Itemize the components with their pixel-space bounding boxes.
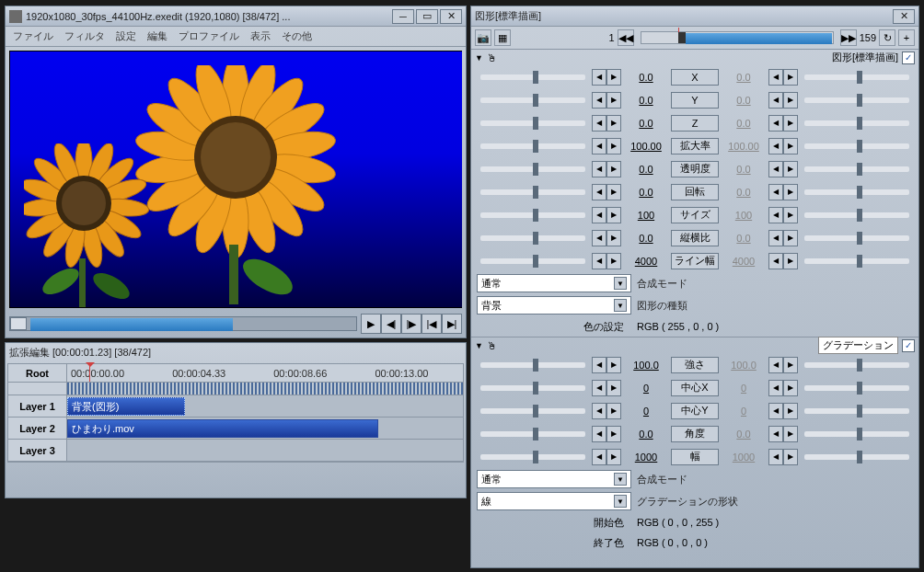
value-left[interactable]: 0.0 <box>624 187 668 198</box>
param-name-button[interactable]: Z <box>671 115 719 132</box>
layer-2-label[interactable]: Layer 2 <box>8 418 67 439</box>
arrow-right-icon[interactable]: ▶ <box>606 403 621 419</box>
slider-right[interactable] <box>804 408 909 414</box>
menu-view[interactable]: 表示 <box>250 29 271 43</box>
menu-profile[interactable]: プロファイル <box>179 29 239 43</box>
preview-titlebar[interactable]: 1920x1080_30fps_44100Hz.exedit (1920,108… <box>6 6 466 27</box>
arrow-right-icon[interactable]: ▶ <box>783 184 798 200</box>
arrow-right-icon[interactable]: ▶ <box>606 253 621 269</box>
timeline-title[interactable]: 拡張編集 [00:00:01.23] [38/472] <box>6 343 466 361</box>
clip-video[interactable]: ひまわり.mov <box>67 419 378 438</box>
arrow-left-icon[interactable]: ◀ <box>592 449 606 465</box>
slider-left[interactable] <box>480 362 585 368</box>
value-right[interactable]: 0 <box>722 406 766 417</box>
color-setting-label[interactable]: 色の設定 <box>477 320 631 334</box>
arrow-left-icon[interactable]: ◀ <box>768 69 783 86</box>
step-back-button[interactable]: ◀| <box>381 314 401 334</box>
arrow-right-icon[interactable]: ▶ <box>783 69 798 86</box>
arrow-left-icon[interactable]: ◀ <box>592 115 606 132</box>
value-left[interactable]: 0.0 <box>624 72 668 83</box>
props-close-button[interactable]: ✕ <box>893 9 915 24</box>
layer-1-label[interactable]: Layer 1 <box>8 395 67 417</box>
value-right[interactable]: 1000 <box>722 452 766 463</box>
arrow-right-icon[interactable]: ▶ <box>783 207 798 223</box>
arrow-left-icon[interactable]: ◀ <box>592 92 606 109</box>
param-name-button[interactable]: X <box>671 69 719 86</box>
param-name-button[interactable]: 回転 <box>671 184 719 200</box>
slider-right[interactable] <box>804 189 909 195</box>
param-name-button[interactable]: 角度 <box>671 426 719 442</box>
collapse-1-icon[interactable]: ▼ <box>475 53 483 63</box>
arrow-right-icon[interactable]: ▶ <box>606 115 621 132</box>
param-name-button[interactable]: 透明度 <box>671 161 719 177</box>
value-right[interactable]: 0.0 <box>722 95 766 106</box>
first-button[interactable]: ◀◀ <box>618 29 634 46</box>
blend-mode-select[interactable]: 通常▼ <box>477 274 631 292</box>
menu-settings[interactable]: 設定 <box>116 29 136 43</box>
value-left[interactable]: 100 <box>624 210 668 221</box>
arrow-left-icon[interactable]: ◀ <box>768 138 783 154</box>
value-left[interactable]: 100.0 <box>624 360 668 371</box>
arrow-left-icon[interactable]: ◀ <box>768 161 783 177</box>
value-right[interactable]: 0.0 <box>722 429 766 440</box>
menu-edit[interactable]: 編集 <box>147 29 167 43</box>
arrow-right-icon[interactable]: ▶ <box>783 426 798 442</box>
slider-left[interactable] <box>480 143 585 149</box>
param-name-button[interactable]: ライン幅 <box>671 253 719 269</box>
value-right[interactable]: 0.0 <box>722 72 766 83</box>
value-left[interactable]: 0.0 <box>624 233 668 244</box>
arrow-left-icon[interactable]: ◀ <box>592 138 606 154</box>
plus-icon[interactable]: + <box>898 29 915 46</box>
layer-3-track[interactable] <box>67 440 463 461</box>
step-fwd-button[interactable]: |▶ <box>401 314 422 334</box>
arrow-left-icon[interactable]: ◀ <box>768 403 783 419</box>
section-2-checkbox[interactable]: ✓ <box>902 339 915 352</box>
root-button[interactable]: Root <box>8 364 67 382</box>
param-name-button[interactable]: 中心X <box>671 380 719 396</box>
param-name-button[interactable]: 幅 <box>671 449 719 465</box>
slider-right[interactable] <box>804 212 909 218</box>
value-left[interactable]: 1000 <box>624 452 668 463</box>
slider-left[interactable] <box>480 385 585 391</box>
slider-right[interactable] <box>804 362 909 368</box>
arrow-right-icon[interactable]: ▶ <box>606 449 621 465</box>
slider-left[interactable] <box>480 74 585 80</box>
arrow-right-icon[interactable]: ▶ <box>783 449 798 465</box>
arrow-right-icon[interactable]: ▶ <box>606 230 621 246</box>
menu-other[interactable]: その他 <box>282 29 312 43</box>
param-name-button[interactable]: 中心Y <box>671 403 719 419</box>
arrow-right-icon[interactable]: ▶ <box>606 380 621 396</box>
last-frame-button[interactable]: ▶| <box>442 314 462 334</box>
value-right[interactable]: 0 <box>722 383 766 394</box>
arrow-right-icon[interactable]: ▶ <box>606 357 621 373</box>
arrow-left-icon[interactable]: ◀ <box>592 426 606 442</box>
arrow-left-icon[interactable]: ◀ <box>592 380 606 396</box>
slider-right[interactable] <box>804 74 909 80</box>
slider-right[interactable] <box>804 454 909 460</box>
slider-right[interactable] <box>804 385 909 391</box>
arrow-right-icon[interactable]: ▶ <box>783 357 798 373</box>
value-right[interactable]: 0.0 <box>722 118 766 129</box>
arrow-right-icon[interactable]: ▶ <box>783 253 798 269</box>
menu-file[interactable]: ファイル <box>13 29 53 43</box>
arrow-left-icon[interactable]: ◀ <box>768 184 783 200</box>
arrow-right-icon[interactable]: ▶ <box>606 69 621 86</box>
slider-right[interactable] <box>804 120 909 126</box>
value-right[interactable]: 100.0 <box>722 360 766 371</box>
arrow-left-icon[interactable]: ◀ <box>768 92 783 109</box>
arrow-right-icon[interactable]: ▶ <box>783 138 798 154</box>
slider-left[interactable] <box>480 431 585 437</box>
collapse-2-icon[interactable]: ▼ <box>475 341 483 350</box>
layer-1-track[interactable]: 背景(図形) <box>67 395 463 417</box>
last-button[interactable]: ▶▶ <box>840 29 857 46</box>
param-name-button[interactable]: サイズ <box>671 207 719 223</box>
arrow-right-icon[interactable]: ▶ <box>606 426 621 442</box>
value-left[interactable]: 0.0 <box>624 118 668 129</box>
arrow-left-icon[interactable]: ◀ <box>592 207 606 223</box>
value-left[interactable]: 4000 <box>624 256 668 267</box>
arrow-right-icon[interactable]: ▶ <box>606 138 621 154</box>
arrow-left-icon[interactable]: ◀ <box>768 207 783 223</box>
arrow-right-icon[interactable]: ▶ <box>783 403 798 419</box>
slider-left[interactable] <box>480 120 585 126</box>
slider-left[interactable] <box>480 189 585 195</box>
